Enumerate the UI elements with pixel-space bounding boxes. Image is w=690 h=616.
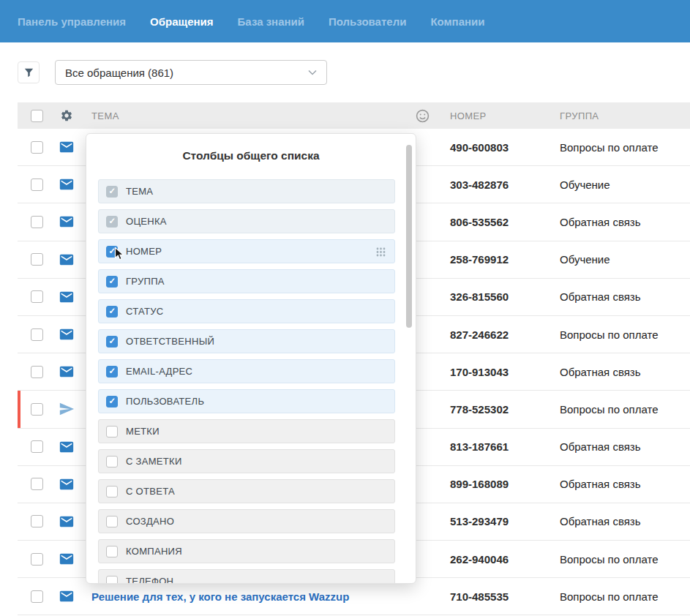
column-toggle-item[interactable]: СТАТУС <box>98 299 395 323</box>
ticket-number: 262-940046 <box>450 553 560 566</box>
column-toggle-item[interactable]: ТЕМА <box>98 179 395 203</box>
column-toggle-item[interactable]: EMAIL-АДРЕС <box>98 359 395 383</box>
column-checkbox[interactable] <box>106 456 118 467</box>
column-checkbox[interactable] <box>106 366 118 378</box>
row-checkbox[interactable] <box>31 179 43 191</box>
column-toggle-item[interactable]: ОЦЕНКА <box>98 209 395 233</box>
row-checkbox[interactable] <box>31 515 43 527</box>
column-label: ОЦЕНКА <box>126 216 167 227</box>
column-label: МЕТКИ <box>126 426 160 437</box>
nav-item[interactable]: Компании <box>430 15 484 28</box>
filter-funnel-icon <box>23 67 35 79</box>
column-toggle-item[interactable]: МЕТКИ <box>98 419 395 443</box>
tickets-filter-select[interactable]: Все обращения (861) <box>55 60 327 85</box>
filter-button[interactable] <box>18 61 40 83</box>
row-checkbox[interactable] <box>31 478 43 490</box>
column-toggle-item[interactable]: ТЕЛЕФОН <box>98 569 395 584</box>
ticket-number: 258-769912 <box>450 253 560 266</box>
row-checkbox[interactable] <box>31 253 43 266</box>
column-header-rating[interactable] <box>416 109 450 123</box>
row-checkbox[interactable] <box>31 366 43 378</box>
columns-list: ТЕМА ОЦЕНКА НОМЕР <box>86 179 416 584</box>
ticket-group: Обратная связь <box>560 366 690 378</box>
ticket-group: Обратная связь <box>560 515 690 527</box>
column-label: EMAIL-АДРЕС <box>126 366 192 377</box>
column-toggle-item[interactable]: ОТВЕТСТВЕННЫЙ <box>98 329 395 353</box>
column-checkbox[interactable] <box>106 426 118 437</box>
envelope-icon <box>59 326 75 342</box>
column-label: КОМПАНИЯ <box>126 546 182 557</box>
envelope-icon <box>59 252 75 268</box>
nav-item[interactable]: База знаний <box>238 15 304 28</box>
ticket-group: Вопросы по оплате <box>560 328 690 341</box>
nav-item[interactable]: Обращения <box>150 15 213 28</box>
envelope-icon <box>59 364 75 380</box>
popup-scrollbar[interactable] <box>406 145 412 328</box>
column-checkbox[interactable] <box>106 276 118 288</box>
column-checkbox[interactable] <box>106 396 118 407</box>
envelope-icon <box>59 176 75 192</box>
column-checkbox[interactable] <box>106 486 118 497</box>
column-label: СОЗДАНО <box>126 516 174 527</box>
smiley-icon <box>416 109 430 123</box>
row-checkbox[interactable] <box>31 440 43 453</box>
select-all-checkbox[interactable] <box>31 110 43 122</box>
row-checkbox[interactable] <box>31 553 43 566</box>
column-checkbox[interactable] <box>106 576 118 585</box>
app-root: Панель управления Обращения База знаний … <box>0 0 690 615</box>
row-checkbox[interactable] <box>31 590 43 603</box>
column-toggle-item[interactable]: НОМЕР <box>98 239 395 263</box>
nav-item[interactable]: Пользователи <box>329 15 406 28</box>
envelope-icon <box>59 289 75 305</box>
columns-settings-button[interactable] <box>60 109 73 122</box>
row-checkbox[interactable] <box>31 328 43 341</box>
column-label: НОМЕР <box>126 246 162 257</box>
column-label: С ОТВЕТА <box>126 486 175 497</box>
column-toggle-item[interactable]: КОМПАНИЯ <box>98 539 395 563</box>
ticket-number: 827-246622 <box>450 328 560 341</box>
toolbar: Все обращения (861) <box>0 42 690 102</box>
column-checkbox[interactable] <box>106 186 118 198</box>
envelope-icon <box>59 139 75 155</box>
ticket-group: Обучение <box>560 179 690 191</box>
ticket-number: 490-600803 <box>450 141 560 154</box>
ticket-number: 806-535562 <box>450 216 560 228</box>
ticket-number: 513-293479 <box>450 515 560 527</box>
drag-handle-icon[interactable] <box>376 247 386 257</box>
column-checkbox[interactable] <box>106 306 118 318</box>
filter-select-value: Все обращения (861) <box>65 67 173 79</box>
column-header-nomer[interactable]: НОМЕР <box>450 110 560 121</box>
ticket-group: Вопросы по оплате <box>560 141 690 154</box>
row-checkbox[interactable] <box>31 403 43 416</box>
column-toggle-item[interactable]: ГРУППА <box>98 269 395 293</box>
mouse-cursor <box>114 247 125 262</box>
column-toggle-item[interactable]: С ОТВЕТА <box>98 479 395 503</box>
envelope-icon <box>59 214 75 230</box>
column-toggle-item[interactable]: ПОЛЬЗОВАТЕЛЬ <box>98 389 395 413</box>
ticket-subject-link[interactable]: Решение для тех, у кого не запускается W… <box>91 590 416 603</box>
ticket-group: Вопросы по оплате <box>560 553 690 566</box>
ticket-group: Обратная связь <box>560 478 690 490</box>
row-checkbox[interactable] <box>31 141 43 154</box>
row-checkbox[interactable] <box>31 216 43 228</box>
column-checkbox[interactable] <box>106 336 118 348</box>
ticket-group: Обратная связь <box>560 216 690 228</box>
column-header-gruppa[interactable]: ГРУППА <box>560 110 690 121</box>
column-checkbox[interactable] <box>106 516 118 527</box>
unread-marker <box>18 391 20 427</box>
column-toggle-item[interactable]: С ЗАМЕТКИ <box>98 449 395 473</box>
column-checkbox[interactable] <box>106 546 118 557</box>
ticket-number: 813-187661 <box>450 440 560 453</box>
column-toggle-item[interactable]: СОЗДАНО <box>98 509 395 533</box>
nav-item[interactable]: Панель управления <box>18 15 126 28</box>
column-checkbox[interactable] <box>106 216 118 228</box>
column-header-tema[interactable]: ТЕМА <box>83 110 416 121</box>
envelope-icon <box>59 588 75 604</box>
ticket-group: Обратная связь <box>560 440 690 453</box>
ticket-number: 170-913043 <box>450 366 560 378</box>
ticket-number: 326-815560 <box>450 290 560 303</box>
ticket-number: 303-482876 <box>450 179 560 191</box>
row-checkbox[interactable] <box>31 290 43 303</box>
nav-menu: Панель управления Обращения База знаний … <box>18 15 485 28</box>
ticket-group: Обратная связь <box>560 290 690 303</box>
